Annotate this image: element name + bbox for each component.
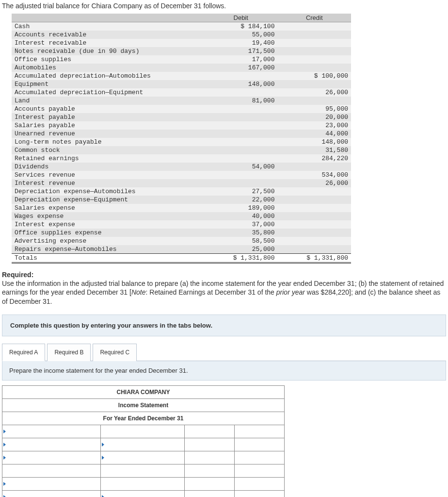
trial-balance-row: Interest receivable19,400 [12, 39, 351, 47]
ws-cell[interactable] [2, 464, 101, 477]
ws-cell[interactable] [101, 477, 185, 490]
ws-cell[interactable] [185, 477, 235, 490]
tb-credit [277, 212, 351, 220]
tb-credit: 44,000 [277, 130, 351, 138]
ws-cell[interactable] [185, 464, 235, 477]
ws-cell-dropdown[interactable] [2, 477, 101, 490]
tb-header-credit: Credit [277, 14, 351, 22]
ws-cell[interactable] [235, 451, 285, 464]
ws-title: Income Statement [2, 398, 285, 412]
trial-balance-row: Interest expense37,000 [12, 220, 351, 229]
ws-cell[interactable] [101, 464, 185, 477]
tb-credit [277, 39, 351, 47]
tb-account: Equipment [12, 80, 204, 88]
ws-cell[interactable] [235, 425, 285, 438]
ws-cell[interactable] [235, 490, 285, 497]
tb-account: Interest expense [12, 220, 204, 229]
trial-balance-row: Automobiles167,000 [12, 64, 351, 72]
tab-required-a[interactable]: Required A [2, 344, 45, 361]
ws-row [2, 451, 285, 464]
tb-debit: 27,500 [204, 187, 278, 196]
totals-credit: $ 1,331,800 [277, 254, 351, 263]
tb-account: Office supplies [12, 55, 204, 64]
totals-label: Totals [12, 254, 204, 263]
ws-cell-dropdown[interactable] [2, 490, 101, 497]
tb-account: Cash [12, 22, 204, 31]
tb-credit [277, 237, 351, 245]
trial-balance-row: Accumulated depreciation—Equipment26,000 [12, 88, 351, 97]
ws-company: CHIARA COMPANY [2, 385, 285, 398]
ws-cell-dropdown[interactable] [2, 425, 101, 438]
ws-cell-dropdown[interactable] [101, 490, 185, 497]
trial-balance-row: Salaries payable23,000 [12, 121, 351, 130]
tb-credit [277, 80, 351, 88]
tab-required-c[interactable]: Required C [93, 344, 137, 361]
ws-cell[interactable] [235, 464, 285, 477]
intro-text: The adjusted trial balance for Chiara Co… [2, 2, 446, 10]
trial-balance-row: Depreciation expense—Automobiles27,500 [12, 187, 351, 196]
tb-debit: 189,000 [204, 204, 278, 212]
tb-credit [277, 31, 351, 39]
tb-debit: 40,000 [204, 212, 278, 220]
trial-balance-row: Interest payable20,000 [12, 113, 351, 121]
trial-balance-row: Salaries expense189,000 [12, 204, 351, 212]
tb-account: Dividends [12, 163, 204, 171]
tb-account: Automobiles [12, 64, 204, 72]
tb-account: Depreciation expense—Automobiles [12, 187, 204, 196]
tb-credit [277, 22, 351, 31]
trial-balance-row: Office supplies expense35,800 [12, 229, 351, 237]
trial-balance-row: Accounts payable95,000 [12, 105, 351, 113]
trial-balance-totals-row: Totals $ 1,331,800 $ 1,331,800 [12, 254, 351, 263]
ws-cell[interactable] [185, 425, 235, 438]
tb-debit [204, 113, 278, 121]
trial-balance-row: Accounts receivable55,000 [12, 31, 351, 39]
required-block: Required: Use the information in the adj… [2, 270, 446, 306]
tb-account: Salaries expense [12, 204, 204, 212]
ws-cell[interactable] [185, 451, 235, 464]
tb-credit: 23,000 [277, 121, 351, 130]
tb-credit [277, 204, 351, 212]
ws-cell[interactable] [235, 477, 285, 490]
trial-balance-row: Notes receivable (due in 90 days)171,500 [12, 47, 351, 55]
tb-credit [277, 64, 351, 72]
trial-balance-row: Accumulated depreciation—Automobiles$ 10… [12, 72, 351, 80]
tab-required-b[interactable]: Required B [47, 344, 91, 361]
tb-debit: 17,000 [204, 55, 278, 64]
tb-debit [204, 171, 278, 179]
ws-cell-dropdown[interactable] [2, 451, 101, 464]
required-heading: Required: [2, 271, 33, 279]
ws-cell[interactable] [101, 425, 185, 438]
tb-credit [277, 187, 351, 196]
tb-account: Interest payable [12, 113, 204, 121]
tb-credit [277, 97, 351, 105]
tb-debit [204, 72, 278, 80]
tb-debit: 148,000 [204, 80, 278, 88]
ws-cell-dropdown[interactable] [2, 438, 101, 451]
tb-credit: 20,000 [277, 113, 351, 121]
totals-debit: $ 1,331,800 [204, 254, 278, 263]
ws-row [2, 464, 285, 477]
tb-debit [204, 154, 278, 163]
trial-balance-row: Office supplies17,000 [12, 55, 351, 64]
ws-cell[interactable] [235, 438, 285, 451]
ws-cell[interactable] [185, 438, 235, 451]
required-text-mid: : Retained Earnings at December 31 of th… [146, 288, 276, 296]
tb-credit [277, 245, 351, 254]
ws-cell-dropdown[interactable] [101, 438, 185, 451]
ws-cell-dropdown[interactable] [101, 451, 185, 464]
tb-credit [277, 229, 351, 237]
required-italic: prior year [276, 288, 305, 296]
tb-debit: 37,000 [204, 220, 278, 229]
tabs: Required ARequired BRequired C [2, 343, 446, 361]
trial-balance-row: Unearned revenue44,000 [12, 130, 351, 138]
ws-cell[interactable] [185, 490, 235, 497]
tb-debit: 171,500 [204, 47, 278, 55]
tb-account: Services revenue [12, 171, 204, 179]
tb-debit [204, 179, 278, 187]
tb-debit: 58,500 [204, 237, 278, 245]
ws-row [2, 425, 285, 438]
tb-account: Accounts receivable [12, 31, 204, 39]
tb-credit: $ 100,000 [277, 72, 351, 80]
tb-account: Long-term notes payable [12, 138, 204, 146]
tb-debit: $ 184,100 [204, 22, 278, 31]
